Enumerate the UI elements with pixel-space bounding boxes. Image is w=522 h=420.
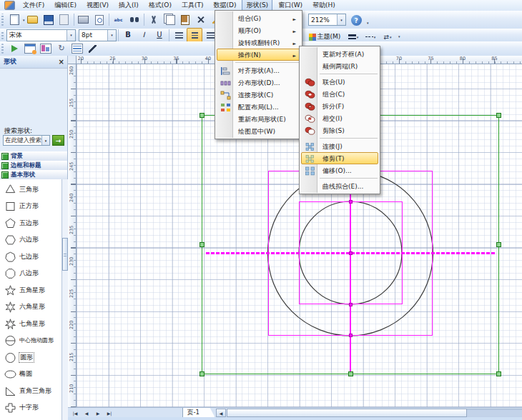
spelling-button[interactable]: abc [111,12,127,27]
menu-item-union[interactable]: 联合(U) [301,76,378,88]
menu-item-order[interactable]: 顺序(O)► [217,24,300,36]
selection-handle-e[interactable] [496,242,501,247]
underline-button[interactable]: U [152,28,167,43]
toolbar-options-button[interactable]: ▾ [398,34,400,39]
h-scrollbar-track[interactable] [227,409,522,417]
menu-item-intersect[interactable]: 相交(I) [301,112,378,124]
menu-item-configure-layout[interactable]: 配置布局(L)... [217,101,300,113]
font-size-combobox[interactable]: 8pt▾ [79,29,117,41]
h-scrollbar-thumb[interactable] [227,409,467,417]
refresh-button[interactable]: ↻ [54,41,69,56]
toolbar-grip[interactable] [1,31,4,40]
cut-button[interactable] [146,12,162,27]
vertex-handle[interactable] [349,303,353,306]
shape-data-button[interactable] [38,41,54,56]
shape-item-circle[interactable]: 圆形 [1,349,61,366]
menu-file[interactable]: 文件(F) [19,0,49,11]
menu-tools[interactable]: 工具(T) [177,0,208,11]
toolbar-grip[interactable] [1,44,4,54]
selection-handle-nw[interactable] [200,113,205,118]
toolbar-grip[interactable] [1,14,4,26]
menu-help[interactable]: 帮助(H) [308,0,340,11]
shape-item-heptagon[interactable]: 七边形 [1,249,61,265]
menu-item-offset[interactable]: 偏移(O)... [301,164,378,176]
search-go-button[interactable]: → [52,135,64,146]
shape-item-star6[interactable]: 六角星形 [1,299,61,315]
menu-item-combine[interactable]: 组合(C) [301,88,378,100]
vertex-handle[interactable] [349,334,353,337]
shape-item-pentagon[interactable]: 五边形 [1,215,61,231]
align-center-button[interactable] [187,28,202,43]
page-tab[interactable]: 页-1 [182,408,215,418]
search-input[interactable]: 在此键入搜索 ▾ [3,135,50,146]
selection-handle-w[interactable] [200,242,205,247]
last-page-button[interactable]: ▶| [104,409,114,417]
menu-view[interactable]: 视图(V) [82,0,113,11]
toolbar-options-button[interactable]: ▾ [367,21,369,25]
selection-handle-s[interactable] [348,371,353,376]
external-data-button[interactable] [69,41,85,56]
menu-item-subtract[interactable]: 剪除(S) [301,124,378,136]
shape-item-ellipse[interactable]: 椭圆 [1,366,61,382]
section-borders-titles[interactable]: 边框和标题 [0,161,67,171]
menu-item-align-shapes[interactable]: 对齐形状(A)... [217,64,300,76]
section-basic-shapes[interactable]: 基本形状 [0,170,67,180]
menu-item-reverse-ends[interactable]: 颠倒两端(R) [301,60,378,72]
new-window-button[interactable] [22,41,38,56]
menu-item-relayout-shapes[interactable]: 重新布局形状(E) [217,113,300,125]
menu-item-center-drawing[interactable]: 绘图居中(W) [217,125,300,137]
shape-list-scrollbar[interactable]: ▼ [61,179,68,420]
shape-item-right-triangle[interactable]: 直角三角形 [1,383,61,399]
open-button[interactable] [25,12,41,27]
search-dropdown-icon[interactable]: ▾ [41,136,49,145]
vertex-handle[interactable] [349,200,353,204]
selection-handle-sw[interactable] [200,371,205,376]
first-page-button[interactable]: |◀ [70,409,80,417]
menu-item-rotate-flip[interactable]: 旋转或翻转(R)► [217,36,300,49]
shape-item-star5[interactable]: 五角星形 [1,282,61,299]
shape-item-center-drag-circle[interactable]: 中心拖动圆形 [1,332,61,349]
menu-item-operations[interactable]: 操作(N)► [217,49,300,61]
permission-button[interactable] [56,12,72,27]
section-backgrounds[interactable]: 背景 [0,151,67,161]
bold-button[interactable]: B [120,28,136,43]
new-document-button[interactable] [6,12,22,27]
menu-item-fragment[interactable]: 拆分(F) [301,100,378,112]
next-page-button[interactable]: ▶ [93,409,103,417]
zoom-combobox[interactable]: 212% [308,14,338,26]
menu-insert[interactable]: 插入(I) [114,0,143,11]
align-left-button[interactable] [171,28,187,43]
ink-button[interactable] [85,41,101,56]
copy-button[interactable] [162,12,177,27]
menu-item-group[interactable]: 组合(G)► [217,12,300,24]
menu-item-trim[interactable]: 修剪(T) [301,152,378,164]
font-combobox[interactable]: 宋体▾ [6,29,76,41]
shape-item-star7[interactable]: 七角星形 [1,316,61,332]
italic-button[interactable]: I [136,28,152,43]
run-button[interactable] [6,41,22,56]
print-button[interactable] [76,12,92,27]
close-icon[interactable]: × [59,58,64,66]
previous-page-button[interactable]: ◀ [82,409,92,417]
scroll-left-button[interactable]: ◀ [216,409,226,417]
menu-item-connect-shapes[interactable]: 连接形状(C) [217,89,300,101]
save-button[interactable] [41,12,56,27]
selection-handle-ne[interactable] [496,113,501,118]
research-button[interactable] [127,12,142,27]
help-button[interactable]: ? [348,13,364,28]
menu-item-fit-curve[interactable]: 曲线拟合(E)... [301,180,378,192]
scrollbar-thumb[interactable] [62,238,68,271]
menu-item-join[interactable]: 连接(J) [301,140,378,152]
shape-item-cross[interactable]: 十字形 [1,399,61,416]
shape-item-hexagon[interactable]: 六边形 [1,231,61,248]
zoom-dropdown-button[interactable]: ▾ [335,14,346,26]
menu-item-distribute-shapes[interactable]: 分布形状(D)... [217,76,300,89]
selection-handle-se[interactable] [496,371,501,376]
shape-item-rectangle[interactable]: 矩形 [1,416,61,420]
shape-item-octagon[interactable]: 八边形 [1,265,61,281]
menu-format[interactable]: 格式(O) [144,0,176,11]
menu-edit[interactable]: 编辑(E) [50,0,81,11]
print-preview-button[interactable] [92,12,107,27]
menu-item-update-alignment-box[interactable]: 更新对齐框(A) [301,48,378,60]
shape-item-square[interactable]: 正方形 [1,198,61,214]
